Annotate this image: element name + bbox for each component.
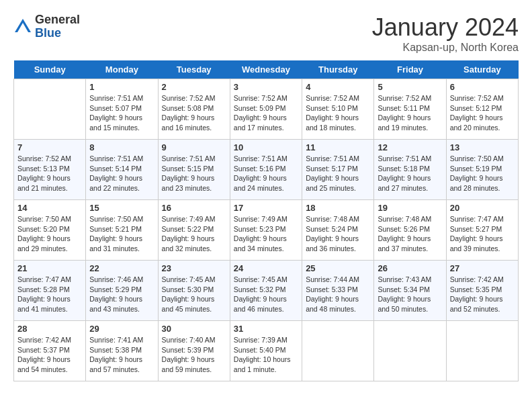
- calendar-cell: 15Sunrise: 7:50 AMSunset: 5:21 PMDayligh…: [86, 200, 158, 261]
- cell-sun-info: Sunrise: 7:39 AMSunset: 5:40 PMDaylight:…: [234, 335, 298, 375]
- date-number: 25: [306, 263, 370, 273]
- date-number: 8: [89, 142, 154, 152]
- date-number: 22: [89, 263, 154, 273]
- calendar-cell: 7Sunrise: 7:52 AMSunset: 5:13 PMDaylight…: [14, 140, 86, 200]
- cell-sun-info: Sunrise: 7:52 AMSunset: 5:09 PMDaylight:…: [234, 93, 298, 133]
- date-number: 28: [17, 324, 82, 334]
- calendar-cell: 6Sunrise: 7:52 AMSunset: 5:12 PMDaylight…: [446, 79, 518, 140]
- date-number: 30: [162, 324, 226, 334]
- cell-sun-info: Sunrise: 7:47 AMSunset: 5:28 PMDaylight:…: [17, 275, 82, 314]
- location: Kapsan-up, North Korea: [372, 42, 519, 54]
- calendar-week-5: 28Sunrise: 7:42 AMSunset: 5:37 PMDayligh…: [14, 321, 519, 381]
- date-number: 9: [162, 142, 226, 152]
- date-number: 12: [378, 142, 442, 152]
- calendar-week-1: 1Sunrise: 7:51 AMSunset: 5:07 PMDaylight…: [14, 79, 519, 140]
- cell-sun-info: Sunrise: 7:50 AMSunset: 5:20 PMDaylight:…: [17, 214, 82, 254]
- date-number: 1: [89, 82, 154, 92]
- cell-sun-info: Sunrise: 7:45 AMSunset: 5:30 PMDaylight:…: [162, 275, 226, 314]
- date-number: 27: [450, 263, 515, 273]
- calendar-cell: 25Sunrise: 7:44 AMSunset: 5:33 PMDayligh…: [302, 261, 374, 321]
- date-number: 26: [378, 263, 442, 273]
- date-number: 29: [89, 324, 154, 334]
- calendar-cell: 1Sunrise: 7:51 AMSunset: 5:07 PMDaylight…: [86, 79, 158, 140]
- date-number: 11: [306, 142, 370, 152]
- calendar-cell: 12Sunrise: 7:51 AMSunset: 5:18 PMDayligh…: [374, 140, 446, 200]
- cell-sun-info: Sunrise: 7:52 AMSunset: 5:10 PMDaylight:…: [306, 93, 370, 133]
- day-header-monday: Monday: [86, 60, 158, 79]
- calendar-cell: 8Sunrise: 7:51 AMSunset: 5:14 PMDaylight…: [86, 140, 158, 200]
- calendar-week-3: 14Sunrise: 7:50 AMSunset: 5:20 PMDayligh…: [14, 200, 519, 261]
- calendar-cell: 29Sunrise: 7:41 AMSunset: 5:38 PMDayligh…: [86, 321, 158, 381]
- calendar-cell: 20Sunrise: 7:47 AMSunset: 5:27 PMDayligh…: [446, 200, 518, 261]
- cell-sun-info: Sunrise: 7:48 AMSunset: 5:26 PMDaylight:…: [378, 214, 442, 254]
- logo-text: General Blue: [35, 13, 80, 40]
- month-title: January 2024: [372, 13, 519, 42]
- calendar-cell: 2Sunrise: 7:52 AMSunset: 5:08 PMDaylight…: [158, 79, 230, 140]
- cell-sun-info: Sunrise: 7:52 AMSunset: 5:13 PMDaylight:…: [17, 154, 82, 193]
- calendar-cell: 21Sunrise: 7:47 AMSunset: 5:28 PMDayligh…: [14, 261, 86, 321]
- calendar-cell: 16Sunrise: 7:49 AMSunset: 5:22 PMDayligh…: [158, 200, 230, 261]
- calendar-cell: 26Sunrise: 7:43 AMSunset: 5:34 PMDayligh…: [374, 261, 446, 321]
- cell-sun-info: Sunrise: 7:51 AMSunset: 5:16 PMDaylight:…: [234, 154, 298, 193]
- cell-sun-info: Sunrise: 7:51 AMSunset: 5:17 PMDaylight:…: [306, 154, 370, 193]
- calendar-cell: 4Sunrise: 7:52 AMSunset: 5:10 PMDaylight…: [302, 79, 374, 140]
- header-row: SundayMondayTuesdayWednesdayThursdayFrid…: [14, 60, 519, 79]
- logo: General Blue: [13, 13, 80, 40]
- date-number: 7: [17, 142, 82, 152]
- calendar-cell: 31Sunrise: 7:39 AMSunset: 5:40 PMDayligh…: [230, 321, 302, 381]
- calendar-cell: [14, 79, 86, 140]
- logo-icon: [13, 17, 32, 36]
- cell-sun-info: Sunrise: 7:52 AMSunset: 5:12 PMDaylight:…: [450, 93, 515, 133]
- day-header-sunday: Sunday: [14, 60, 86, 79]
- calendar-week-2: 7Sunrise: 7:52 AMSunset: 5:13 PMDaylight…: [14, 140, 519, 200]
- calendar-cell: 3Sunrise: 7:52 AMSunset: 5:09 PMDaylight…: [230, 79, 302, 140]
- calendar-cell: 5Sunrise: 7:52 AMSunset: 5:11 PMDaylight…: [374, 79, 446, 140]
- cell-sun-info: Sunrise: 7:52 AMSunset: 5:11 PMDaylight:…: [378, 93, 442, 133]
- calendar-cell: [302, 321, 374, 381]
- date-number: 20: [450, 203, 515, 213]
- calendar-week-4: 21Sunrise: 7:47 AMSunset: 5:28 PMDayligh…: [14, 261, 519, 321]
- cell-sun-info: Sunrise: 7:46 AMSunset: 5:29 PMDaylight:…: [89, 275, 154, 314]
- cell-sun-info: Sunrise: 7:50 AMSunset: 5:21 PMDaylight:…: [89, 214, 154, 254]
- cell-sun-info: Sunrise: 7:50 AMSunset: 5:19 PMDaylight:…: [450, 154, 515, 193]
- cell-sun-info: Sunrise: 7:51 AMSunset: 5:18 PMDaylight:…: [378, 154, 442, 193]
- calendar-cell: 9Sunrise: 7:51 AMSunset: 5:15 PMDaylight…: [158, 140, 230, 200]
- calendar-cell: 14Sunrise: 7:50 AMSunset: 5:20 PMDayligh…: [14, 200, 86, 261]
- calendar-cell: 11Sunrise: 7:51 AMSunset: 5:17 PMDayligh…: [302, 140, 374, 200]
- date-number: 23: [162, 263, 226, 273]
- calendar-cell: 10Sunrise: 7:51 AMSunset: 5:16 PMDayligh…: [230, 140, 302, 200]
- date-number: 16: [162, 203, 226, 213]
- cell-sun-info: Sunrise: 7:43 AMSunset: 5:34 PMDaylight:…: [378, 275, 442, 314]
- date-number: 10: [234, 142, 298, 152]
- logo-general: General: [35, 13, 80, 27]
- date-number: 21: [17, 263, 82, 273]
- calendar-cell: 27Sunrise: 7:42 AMSunset: 5:35 PMDayligh…: [446, 261, 518, 321]
- cell-sun-info: Sunrise: 7:49 AMSunset: 5:22 PMDaylight:…: [162, 214, 226, 254]
- cell-sun-info: Sunrise: 7:49 AMSunset: 5:23 PMDaylight:…: [234, 214, 298, 254]
- cell-sun-info: Sunrise: 7:48 AMSunset: 5:24 PMDaylight:…: [306, 214, 370, 254]
- day-header-saturday: Saturday: [446, 60, 518, 79]
- logo-blue: Blue: [35, 27, 80, 40]
- calendar-cell: 18Sunrise: 7:48 AMSunset: 5:24 PMDayligh…: [302, 200, 374, 261]
- cell-sun-info: Sunrise: 7:51 AMSunset: 5:15 PMDaylight:…: [162, 154, 226, 193]
- date-number: 14: [17, 203, 82, 213]
- calendar-cell: [446, 321, 518, 381]
- cell-sun-info: Sunrise: 7:47 AMSunset: 5:27 PMDaylight:…: [450, 214, 515, 254]
- calendar-cell: 17Sunrise: 7:49 AMSunset: 5:23 PMDayligh…: [230, 200, 302, 261]
- date-number: 3: [234, 82, 298, 92]
- cell-sun-info: Sunrise: 7:51 AMSunset: 5:07 PMDaylight:…: [89, 93, 154, 133]
- date-number: 15: [89, 203, 154, 213]
- cell-sun-info: Sunrise: 7:45 AMSunset: 5:32 PMDaylight:…: [234, 275, 298, 314]
- cell-sun-info: Sunrise: 7:40 AMSunset: 5:39 PMDaylight:…: [162, 335, 226, 375]
- date-number: 6: [450, 82, 515, 92]
- date-number: 2: [162, 82, 226, 92]
- cell-sun-info: Sunrise: 7:52 AMSunset: 5:08 PMDaylight:…: [162, 93, 226, 133]
- calendar-cell: [374, 321, 446, 381]
- day-header-friday: Friday: [374, 60, 446, 79]
- date-number: 18: [306, 203, 370, 213]
- date-number: 31: [234, 324, 298, 334]
- cell-sun-info: Sunrise: 7:42 AMSunset: 5:37 PMDaylight:…: [17, 335, 82, 375]
- day-header-tuesday: Tuesday: [158, 60, 230, 79]
- cell-sun-info: Sunrise: 7:44 AMSunset: 5:33 PMDaylight:…: [306, 275, 370, 314]
- calendar-cell: 22Sunrise: 7:46 AMSunset: 5:29 PMDayligh…: [86, 261, 158, 321]
